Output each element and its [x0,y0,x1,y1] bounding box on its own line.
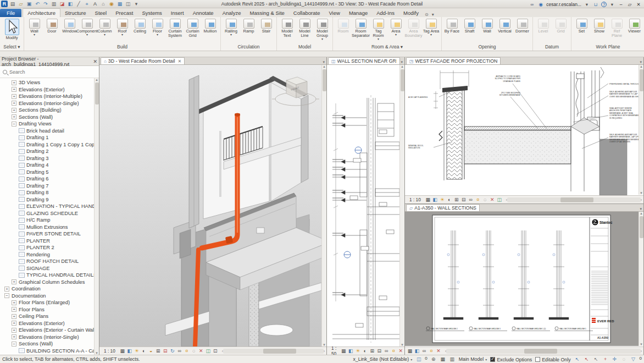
help-caret[interactable]: ▾ [609,1,615,8]
editable-only-checkbox[interactable]: Editable Only [535,356,570,362]
ribbon-tab-structure[interactable]: Structure [60,9,91,17]
ribbon-tab-view[interactable]: View [324,9,344,17]
tool-dropdown-caret[interactable]: ▾ [34,34,35,36]
wall-section-tab[interactable]: ◫ WALL SECTION NEAR GRIDLINE D [328,57,400,64]
browser-tree-item[interactable]: +Ceiling Plans [0,313,99,320]
ribbon-group-label[interactable]: Select ▾ [2,43,22,51]
displace-icon[interactable]: ⊡ [212,348,219,354]
constraints-icon[interactable]: ✕ [198,348,204,354]
browser-tree-item[interactable]: −Sections (Wall) [0,340,99,348]
roof-hscrollbar[interactable]: ‹› [506,197,642,203]
expand-icon[interactable]: + [12,328,16,333]
tool-mullion[interactable]: Mullion [202,18,219,34]
crop-view-icon[interactable]: ⊞ [155,348,162,354]
tab-list-caret[interactable]: ▾ [401,60,404,64]
browser-tree-item[interactable]: +Sections (Building) [0,107,99,114]
tool-model-group[interactable]: Model Group▾ [314,18,331,41]
tool-dropdown-caret[interactable]: ▾ [430,34,432,36]
browser-tree-item[interactable]: PAVER STONE DETAIL [0,230,99,238]
browser-tree-item[interactable]: +Floor Plans (Enlarged) [0,299,99,306]
redo-icon[interactable]: ↷ [42,1,49,7]
tool-dropdown-caret[interactable]: ▾ [377,38,379,41]
temporary-hide-icon[interactable]: ∞ [176,348,183,354]
visual-style-icon[interactable]: ◧ [432,196,438,203]
sheet-canvas[interactable]: Stantec EVER RED A1 [405,212,639,346]
tool-column[interactable]: Column▾ [96,18,113,36]
tool-vertical[interactable]: Vertical [496,18,513,34]
tool-floor[interactable]: Floor▾ [149,18,166,36]
browser-tree-item[interactable]: PLANTER 2 [0,244,99,251]
constraints-icon[interactable]: ✕ [397,348,404,354]
constraints-icon[interactable]: ✕ [489,196,496,203]
expand-icon[interactable]: + [12,101,16,106]
ribbon-cycle-icon[interactable]: ⊙ [423,12,430,17]
expand-icon[interactable]: + [12,94,16,99]
collapse-icon[interactable]: − [12,342,16,346]
expand-icon[interactable]: + [12,334,16,339]
sheet-vscrollbar[interactable]: ▲▼ [639,212,643,346]
scale-button[interactable]: 1 : 10 [407,196,424,203]
browser-tree-item[interactable]: −Documentation [0,293,99,300]
browser-tree-item[interactable]: Mullion Extrusions [0,224,99,231]
browser-tree-item[interactable]: Drafting 9 [0,196,99,204]
visual-style-icon[interactable]: ◧ [414,348,420,354]
tool-show[interactable]: Show [591,18,608,34]
tool-roof[interactable]: Roof▾ [114,18,131,36]
browser-tree-item[interactable]: +Elevations (Exterior) [0,320,99,327]
qat-customize-icon[interactable]: ▾ [133,1,140,7]
ribbon-tab-modify[interactable]: Modify [399,9,423,17]
tool-dropdown-caret[interactable]: ▾ [157,34,158,36]
ribbon-tab-massing-site[interactable]: Massing & Site [245,9,288,17]
ribbon-tab-architecture[interactable]: Architecture [23,8,60,17]
browser-tree-item[interactable]: ELEVATION - TYPICAL HANDRAIL [0,203,99,210]
transfer-icon[interactable]: ◪ [59,1,65,7]
browser-tree-item[interactable]: ROOF HATCH DETAIL [0,258,99,265]
tool-component[interactable]: Component▾ [79,18,96,36]
render-icon[interactable]: ◒ [148,348,154,354]
view-3d-vscrollbar[interactable]: ▲▼ [321,65,326,346]
browser-tree-item[interactable]: GLAZING SCHEDULE [0,210,99,217]
default-3d-view-icon[interactable]: ⌂ [100,1,107,7]
crop-region-icon[interactable]: ⊟ [460,196,467,203]
browser-tree-item[interactable]: Drafting 5 [0,169,99,176]
visual-style-icon[interactable]: ◧ [347,348,354,354]
browser-tree-item[interactable]: TYPICAL HANDRAIL DETAILS [0,272,99,279]
user-account-label[interactable]: cesar.r.escalan... [546,2,581,7]
temporary-hide-icon[interactable]: ∞ [383,348,390,354]
file-icon[interactable]: ▤ [9,1,16,7]
open-folder-icon[interactable]: ▱ [18,1,24,7]
tool-modify[interactable]: Modify [2,18,22,40]
tool-dropdown-caret[interactable]: ▾ [230,34,232,36]
browser-tree-item[interactable]: −Drafting Views [0,120,99,128]
tab-list-caret[interactable]: ▾ [640,207,643,211]
tool-dormer[interactable]: Dormer [514,18,531,34]
worksharing-display-icon[interactable]: ⊛ [430,356,437,362]
browser-tree-item[interactable]: +Graphical Column Schedules [0,279,99,286]
tab-list-caret[interactable]: ▾ [640,60,643,64]
browser-tree-item[interactable]: Drafting 2 [0,148,99,155]
tool-railing[interactable]: Railing▾ [223,18,240,36]
browser-tree-item[interactable]: +3D Views [0,79,99,86]
ribbon-tab-annotate[interactable]: Annotate [188,9,218,17]
ribbon-tab-analyze[interactable]: Analyze [218,9,246,17]
expand-icon[interactable]: + [12,80,16,85]
active-workset-icon[interactable]: ◫ [415,356,422,362]
browser-tree-item[interactable]: Drafting 1 Copy 1 Copy 1 Copy 1 [0,141,99,148]
restore-button[interactable]: ▱ [626,1,633,8]
view-3d-tab[interactable]: ⌂ 3D - West Facade Room Detail ✕ [101,57,185,64]
ribbon-tab-collaborate[interactable]: Collaborate [289,9,325,17]
roof-canvas[interactable]: ACM CAP FLASHINGMINERAL WOOLINSULATIONAS… [405,65,639,195]
select-pinned-icon[interactable]: ↖ [593,356,599,362]
tool-model-text[interactable]: Model Text [279,18,296,38]
close-button[interactable]: ✕ [635,1,642,8]
lock-orientation-icon[interactable]: ↻ [169,348,176,354]
drag-on-selection-icon[interactable]: ✛ [612,356,618,362]
ribbon-tab-add-ins[interactable]: Add-Ins [372,9,399,17]
exclude-options-checkbox[interactable]: Exclude Options [490,356,532,362]
text-icon[interactable]: A [92,1,98,7]
crop-region-icon[interactable]: ⊟ [162,348,169,354]
browser-tree-item[interactable]: PLANTER [0,238,99,245]
reveal-hidden-icon[interactable]: ¤ [184,348,190,354]
browser-tree-item[interactable]: BUILDING SECTION A-A - Callout [0,348,99,355]
crop-view-icon[interactable]: ⊞ [369,348,375,354]
